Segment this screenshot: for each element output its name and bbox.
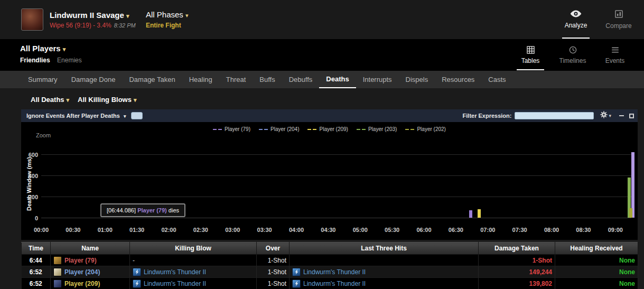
legend-label: Player (209): [319, 126, 348, 132]
view-tables[interactable]: Tables: [509, 39, 552, 71]
chart-settings-button[interactable]: ▾: [600, 111, 611, 120]
player-name-link[interactable]: Player (209): [64, 280, 100, 287]
players-dropdown[interactable]: All Players▾: [20, 44, 82, 53]
filter-expression-label: Filter Expression:: [463, 113, 512, 119]
phase-block: All Phases▾ Entire Fight: [146, 10, 188, 29]
x-tick-label: 03:00: [225, 227, 240, 233]
tooltip-time: [06:44.086]: [107, 207, 136, 213]
death-bar[interactable]: [629, 208, 632, 218]
col-header-killing-blow[interactable]: Killing Blow: [130, 243, 257, 255]
over-cell: 1-Shot: [257, 266, 290, 278]
deaths-table: TimeNameKilling BlowOverLast Three HitsD…: [21, 242, 638, 289]
tooltip-action: dies: [169, 207, 179, 213]
tab-interrupts[interactable]: Interrupts: [356, 71, 399, 88]
phase-dropdown[interactable]: All Phases▾: [146, 10, 188, 19]
job-icon: [53, 279, 62, 288]
healing-received-cell: None: [555, 278, 638, 289]
col-header-over[interactable]: Over: [257, 243, 290, 255]
col-header-damage-taken[interactable]: Damage Taken: [479, 243, 555, 255]
eye-icon: [570, 10, 582, 19]
col-header-time[interactable]: Time: [22, 243, 51, 255]
view-events[interactable]: Events: [594, 39, 636, 71]
player-name-link[interactable]: Player (204): [64, 268, 100, 276]
players-label: All Players: [20, 44, 61, 53]
last-three-hits-cell: Lindwurm's Thunder II: [290, 266, 479, 278]
all-deaths-dropdown[interactable]: All Deaths▾: [31, 96, 69, 105]
tab-threat[interactable]: Threat: [219, 71, 253, 88]
minimize-button[interactable]: [618, 113, 624, 119]
x-tick-label: 01:00: [98, 227, 113, 233]
tab-casts[interactable]: Casts: [481, 71, 512, 88]
tab-summary[interactable]: Summary: [21, 71, 64, 88]
col-header-last-three-hits[interactable]: Last Three Hits: [290, 243, 479, 255]
ignore-deaths-dropdown[interactable]: Ignore Events After Player Deaths ▾: [26, 113, 126, 119]
x-tick-label: 07:00: [480, 227, 495, 233]
friendlies-link[interactable]: Friendlies: [20, 57, 50, 64]
boss-portrait[interactable]: [21, 8, 43, 31]
tab-debuffs[interactable]: Debuffs: [282, 71, 320, 88]
popout-button[interactable]: [628, 113, 634, 119]
analyze-button[interactable]: Analyze: [555, 0, 597, 39]
analyze-label: Analyze: [565, 22, 587, 29]
legend-item[interactable]: Player (203): [357, 126, 397, 132]
thunder-ability-icon: [133, 268, 141, 276]
x-tick-label: 03:30: [257, 227, 272, 233]
ability-link[interactable]: Lindwurm's Thunder II: [303, 268, 366, 276]
last-three-hits-cell: [290, 255, 479, 266]
chevron-down-icon: ▾: [63, 46, 66, 52]
death-bar[interactable]: [469, 210, 472, 218]
ignore-deaths-checkbox[interactable]: [131, 112, 143, 119]
phase-subtitle: Entire Fight: [146, 22, 188, 29]
boss-title: Lindwurm II Savage: [50, 11, 124, 20]
healing-received-cell: None: [555, 255, 638, 266]
nav-left: All Players▾ Friendlies Enemies: [20, 39, 82, 71]
x-tick-label: 08:00: [544, 227, 559, 233]
boss-subtitle: Wipe 56 (9:19) - 3.4%8:32 PM: [50, 22, 145, 29]
thunder-ability-icon: [133, 279, 141, 288]
filter-expression-input[interactable]: [515, 112, 594, 119]
y-tick-label: 400: [23, 173, 38, 179]
killing-blow-cell: Lindwurm's Thunder II: [130, 278, 257, 289]
tab-dispels[interactable]: Dispels: [399, 71, 435, 88]
x-axis-line: [41, 218, 631, 218]
chart-panel-header: Ignore Events After Player Deaths ▾ Filt…: [21, 109, 638, 122]
tab-buffs[interactable]: Buffs: [253, 71, 282, 88]
tooltip-player: Player (79): [137, 207, 167, 213]
x-tick-label: 05:30: [385, 227, 399, 233]
player-name-link[interactable]: Player (79): [64, 257, 97, 264]
legend-item[interactable]: Player (209): [307, 126, 348, 132]
ability-link[interactable]: Lindwurm's Thunder II: [303, 280, 366, 287]
boss-title-dropdown[interactable]: Lindwurm II Savage▾: [50, 11, 145, 20]
x-tick-label: 00:30: [66, 227, 80, 233]
x-tick-label: 02:30: [193, 227, 208, 233]
ability-link[interactable]: Lindwurm's Thunder II: [144, 268, 206, 276]
ability-link[interactable]: Lindwurm's Thunder II: [144, 280, 206, 287]
legend-item[interactable]: Player (204): [259, 126, 299, 132]
tab-healing[interactable]: Healing: [182, 71, 219, 88]
name-cell: Player (209): [51, 278, 130, 289]
mode-switch: Analyze Compare: [555, 0, 640, 39]
enemies-link[interactable]: Enemies: [57, 57, 82, 64]
wipe-label[interactable]: Wipe 56 (9:19) - 3.4%: [50, 22, 111, 29]
col-header-name[interactable]: Name: [51, 243, 130, 255]
legend-label: Player (203): [368, 126, 397, 132]
legend-item[interactable]: Player (202): [405, 126, 445, 132]
compare-button[interactable]: Compare: [598, 0, 640, 39]
killing-blows-dropdown[interactable]: All Killing Blows▾: [78, 96, 136, 105]
tab-deaths[interactable]: Deaths: [319, 71, 356, 88]
view-timelines[interactable]: Timelines: [552, 39, 594, 71]
tab-damage-taken[interactable]: Damage Taken: [122, 71, 182, 88]
legend-item[interactable]: Player (79): [213, 126, 250, 132]
plot-area[interactable]: [06:44.086] Player (79) dies 0200400600: [41, 144, 631, 218]
death-time-cell: 6:52: [22, 278, 51, 289]
tab-resources[interactable]: Resources: [435, 71, 481, 88]
tab-bar: SummaryDamage DoneDamage TakenHealingThr…: [0, 71, 644, 88]
clock-icon: [569, 46, 577, 54]
chart-tooltip: [06:44.086] Player (79) dies: [100, 203, 185, 217]
death-bar[interactable]: [478, 209, 481, 218]
death-time-cell: 6:44: [22, 255, 51, 266]
killing-blows-label: All Killing Blows: [78, 96, 132, 104]
x-tick-label: 04:00: [289, 227, 304, 233]
tab-damage-done[interactable]: Damage Done: [64, 71, 123, 88]
col-header-healing-received[interactable]: Healing Received: [555, 243, 638, 255]
